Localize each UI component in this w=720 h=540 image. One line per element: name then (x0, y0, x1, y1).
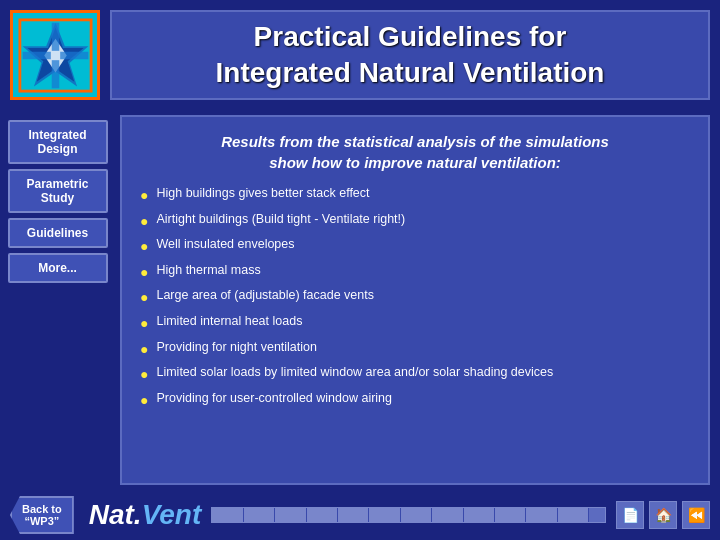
bullet-icon: ● (140, 365, 148, 385)
bullet-icon: ● (140, 186, 148, 206)
progress-segment (307, 508, 338, 522)
bullet-icon: ● (140, 237, 148, 257)
sidebar: Integrated Design Parametric Study Guide… (0, 110, 115, 490)
bottom-bar: Back to “WP3” Nat. Vent 📄 🏠 ⏪ (0, 490, 720, 540)
natvent-vent-text: Vent (142, 499, 202, 531)
sidebar-item-parametric-study[interactable]: Parametric Study (8, 169, 108, 213)
progress-segment (369, 508, 400, 522)
svg-rect-5 (51, 22, 59, 50)
content-panel: Results from the statistical analysis of… (120, 115, 710, 485)
bullet-icon: ● (140, 314, 148, 334)
list-item: ● High buildings gives better stack effe… (140, 185, 690, 206)
bottom-nav-icons: 📄 🏠 ⏪ (616, 501, 710, 529)
progress-segment (432, 508, 463, 522)
natvent-nat-text: Nat. (89, 499, 142, 531)
bullet-icon: ● (140, 340, 148, 360)
progress-segment (244, 508, 275, 522)
list-item: ● Providing for user-controlled window a… (140, 390, 690, 411)
progress-segment (558, 508, 589, 522)
progress-segment (526, 508, 557, 522)
list-item: ● Well insulated envelopes (140, 236, 690, 257)
header: Practical Guidelines for Integrated Natu… (0, 0, 720, 110)
list-item: ● High thermal mass (140, 262, 690, 283)
logo-icon (18, 18, 93, 93)
sidebar-item-guidelines[interactable]: Guidelines (8, 218, 108, 248)
logo-box (10, 10, 100, 100)
bullet-list: ● High buildings gives better stack effe… (140, 185, 690, 410)
svg-rect-8 (60, 51, 88, 59)
progress-segment (212, 508, 243, 522)
bullet-icon: ● (140, 212, 148, 232)
progress-segment (464, 508, 495, 522)
list-item: ● Limited solar loads by limited window … (140, 364, 690, 385)
title-box: Practical Guidelines for Integrated Natu… (110, 10, 710, 100)
page-title: Practical Guidelines for Integrated Natu… (216, 19, 605, 92)
progress-segment (401, 508, 432, 522)
list-item: ● Airtight buildings (Build tight - Vent… (140, 211, 690, 232)
sidebar-item-more[interactable]: More... (8, 253, 108, 283)
rewind-icon[interactable]: ⏪ (682, 501, 710, 529)
document-icon[interactable]: 📄 (616, 501, 644, 529)
natvent-logo: Nat. Vent (89, 499, 202, 531)
list-item: ● Large area of (adjustable) facade vent… (140, 287, 690, 308)
progress-segment (495, 508, 526, 522)
results-heading: Results from the statistical analysis of… (140, 131, 690, 173)
sidebar-item-integrated-design[interactable]: Integrated Design (8, 120, 108, 164)
progress-segment (275, 508, 306, 522)
list-item: ● Limited internal heat loads (140, 313, 690, 334)
progress-bar (211, 507, 606, 523)
svg-rect-6 (51, 60, 59, 88)
main-content: Integrated Design Parametric Study Guide… (0, 110, 720, 490)
bullet-icon: ● (140, 288, 148, 308)
bullet-icon: ● (140, 263, 148, 283)
bullet-icon: ● (140, 391, 148, 411)
list-item: ● Providing for night ventilation (140, 339, 690, 360)
home-icon[interactable]: 🏠 (649, 501, 677, 529)
progress-segment (338, 508, 369, 522)
back-button[interactable]: Back to “WP3” (10, 496, 74, 534)
svg-rect-7 (22, 51, 50, 59)
